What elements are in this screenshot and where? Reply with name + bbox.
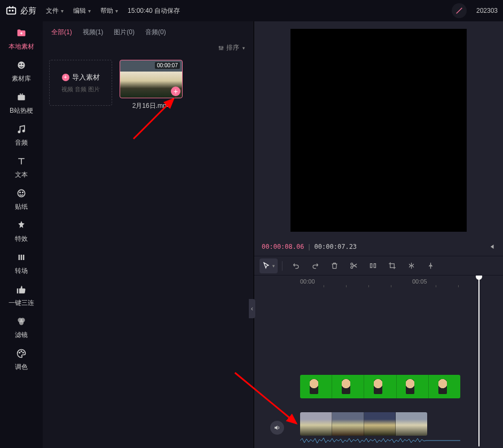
sticker-icon bbox=[16, 188, 27, 200]
timeline-ruler[interactable]: 00:00 00:05 bbox=[254, 276, 503, 289]
menu-file[interactable]: 文件▾ bbox=[46, 6, 64, 15]
clip-add-button[interactable]: + bbox=[171, 87, 180, 96]
logo-icon bbox=[5, 5, 17, 17]
sidebar-item-label: 转场 bbox=[15, 266, 28, 276]
tab-video[interactable]: 视频(1) bbox=[83, 28, 104, 37]
preview-canvas[interactable] bbox=[290, 29, 467, 232]
scissors-icon bbox=[350, 262, 358, 270]
sidebar-item-label: 文本 bbox=[15, 170, 28, 179]
sidebar-item-local[interactable]: 本地素材 bbox=[4, 26, 38, 53]
sidebar-item-library[interactable]: 素材库 bbox=[4, 58, 38, 85]
sidebar-item-label: 本地素材 bbox=[9, 42, 34, 51]
mirror-button[interactable] bbox=[402, 258, 420, 273]
filter-icon bbox=[16, 316, 27, 328]
palette-icon bbox=[16, 348, 27, 360]
import-label: 导入素材 bbox=[72, 73, 100, 82]
sidebar-item-label: 调色 bbox=[15, 363, 28, 372]
svg-point-8 bbox=[23, 130, 25, 132]
media-clip[interactable]: 00:00:07 + 2月16日.mp4 bbox=[120, 60, 183, 111]
sliders-icon bbox=[218, 45, 224, 51]
sidebar-item-effect[interactable]: 特效 bbox=[4, 218, 38, 246]
svg-point-3 bbox=[18, 61, 25, 68]
sidebar-item-label: B站热梗 bbox=[10, 106, 33, 115]
sidebar-item-text[interactable]: 文本 bbox=[4, 154, 38, 182]
sidebar-item-transition[interactable]: 转场 bbox=[4, 250, 38, 278]
playhead[interactable] bbox=[478, 276, 480, 446]
sort-button[interactable]: 排序 ▾ bbox=[43, 41, 254, 54]
svg-point-16 bbox=[21, 351, 22, 352]
menu-edit-label: 编辑 bbox=[73, 6, 86, 15]
tv-icon bbox=[16, 92, 27, 104]
library-icon bbox=[16, 60, 27, 72]
svg-rect-6 bbox=[18, 95, 25, 100]
redo-button[interactable] bbox=[306, 258, 324, 273]
magic-icon bbox=[16, 220, 27, 232]
sidebar-item-bmeme[interactable]: B站热梗 bbox=[4, 90, 38, 117]
timeline[interactable]: 00:00 00:05 bbox=[254, 276, 503, 448]
crop-button[interactable] bbox=[383, 258, 401, 273]
pin-icon bbox=[427, 262, 435, 270]
clip-filename: 2月16日.mp4 bbox=[120, 101, 183, 111]
tab-all[interactable]: 全部(1) bbox=[51, 28, 72, 37]
svg-point-4 bbox=[19, 64, 21, 65]
tab-audio[interactable]: 音频(0) bbox=[145, 28, 166, 37]
app-name: 必剪 bbox=[20, 6, 36, 16]
preview-area bbox=[254, 21, 503, 237]
sidebar-item-label: 一键三连 bbox=[9, 298, 34, 308]
chevron-down-icon: ▾ bbox=[88, 8, 91, 14]
menu-edit[interactable]: 编辑▾ bbox=[73, 6, 91, 15]
top-date: 202303 bbox=[476, 7, 498, 14]
sidebar-item-label: 贴纸 bbox=[15, 202, 28, 211]
folder-icon bbox=[16, 28, 27, 40]
speaker-icon bbox=[273, 424, 281, 431]
svg-point-9 bbox=[18, 190, 25, 197]
left-sidebar: 本地素材 素材库 B站热梗 音频 文本 贴纸 特效 转场 bbox=[0, 21, 43, 448]
svg-rect-0 bbox=[7, 8, 16, 14]
import-media-button[interactable]: + 导入素材 视频 音频 图片 bbox=[49, 60, 112, 106]
split-button[interactable] bbox=[364, 258, 382, 273]
ruler-label: 00:05 bbox=[412, 278, 427, 285]
svg-rect-23 bbox=[370, 264, 372, 268]
menu-file-label: 文件 bbox=[46, 6, 59, 15]
ruler-label: 00:00 bbox=[300, 278, 315, 285]
delete-button[interactable] bbox=[325, 258, 343, 273]
menu-help[interactable]: 帮助▾ bbox=[100, 6, 118, 15]
svg-point-1 bbox=[9, 10, 10, 11]
trash-icon bbox=[331, 262, 339, 270]
sidebar-item-label: 特效 bbox=[15, 234, 28, 243]
timeline-clip-fireworks[interactable] bbox=[300, 412, 427, 436]
svg-point-19 bbox=[221, 49, 222, 50]
sidebar-item-label: 素材库 bbox=[12, 74, 31, 83]
svg-point-18 bbox=[219, 46, 220, 48]
cut-button[interactable] bbox=[344, 258, 363, 273]
mirror-icon bbox=[407, 262, 415, 270]
tab-image[interactable]: 图片(0) bbox=[114, 28, 135, 37]
sidebar-item-label: 滤镜 bbox=[15, 331, 28, 340]
playback-current-time: 00:00:08.06 bbox=[262, 243, 304, 250]
chevron-down-icon: ▾ bbox=[115, 8, 118, 14]
pin-button[interactable] bbox=[421, 258, 439, 273]
sidebar-item-label: 音频 bbox=[15, 138, 28, 147]
sidebar-item-color[interactable]: 调色 bbox=[4, 346, 38, 374]
svg-point-7 bbox=[18, 131, 20, 132]
prev-frame-button[interactable] bbox=[488, 243, 496, 250]
chevron-down-icon: ▾ bbox=[242, 45, 245, 51]
sidebar-item-sticker[interactable]: 贴纸 bbox=[4, 186, 38, 214]
undo-button[interactable] bbox=[287, 258, 305, 273]
media-pane: 全部(1) 视频(1) 图片(0) 音频(0) 排序 ▾ + 导入素材 视频 音… bbox=[43, 21, 254, 448]
collapse-handle[interactable]: ‹ bbox=[249, 299, 255, 318]
pointer-tool[interactable]: ▾ bbox=[260, 258, 278, 273]
track-mute-button[interactable] bbox=[270, 421, 284, 435]
timeline-toolbar: ▾ bbox=[254, 256, 503, 276]
sidebar-item-filter[interactable]: 滤镜 bbox=[4, 314, 38, 342]
sidebar-item-audio[interactable]: 音频 bbox=[4, 122, 38, 150]
timeline-clip-greenscreen[interactable] bbox=[300, 375, 460, 398]
menu-help-label: 帮助 bbox=[100, 6, 113, 15]
autosave-status: 15:00:40 自动保存 bbox=[128, 6, 180, 15]
playback-bar: 00:00:08.06 | 00:00:07.23 bbox=[254, 237, 503, 256]
timeline-audio-waveform[interactable] bbox=[300, 437, 460, 444]
sidebar-item-triple[interactable]: 一键三连 bbox=[4, 282, 38, 310]
brush-button[interactable] bbox=[452, 3, 467, 18]
svg-point-5 bbox=[22, 64, 23, 65]
svg-point-21 bbox=[350, 263, 352, 265]
